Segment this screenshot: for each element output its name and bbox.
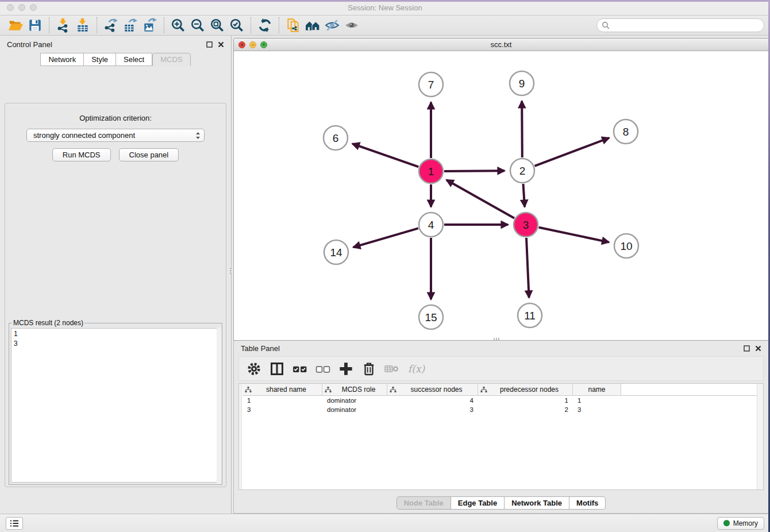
node-1[interactable]: 1 xyxy=(419,159,443,183)
tab-network-table[interactable]: Network Table xyxy=(505,496,569,510)
mcds-result-text[interactable]: 1 3 xyxy=(11,328,220,483)
export-table-icon xyxy=(123,18,138,33)
duplicate-network-icon xyxy=(286,18,301,33)
column-header-predecessor-nodes[interactable]: predecessor nodes xyxy=(478,384,573,395)
close-panel-button[interactable]: Close panel xyxy=(119,148,179,161)
select-all-columns-button[interactable] xyxy=(290,359,310,379)
tab-edge-table[interactable]: Edge Table xyxy=(451,496,505,510)
node-14[interactable]: 14 xyxy=(324,240,348,264)
edge-2-3[interactable] xyxy=(523,184,525,207)
deselect-all-columns-button[interactable] xyxy=(313,359,333,379)
node-2[interactable]: 2 xyxy=(510,159,534,183)
refresh-icon xyxy=(257,18,272,33)
memory-button[interactable]: Memory xyxy=(717,517,764,530)
split-column-icon xyxy=(270,361,284,376)
network-graph[interactable]: 1234678910111415 xyxy=(234,51,769,341)
column-header-name[interactable]: name xyxy=(573,384,621,395)
window-controls[interactable] xyxy=(7,4,37,11)
node-9[interactable]: 9 xyxy=(510,71,534,95)
delete-column-button[interactable] xyxy=(359,359,379,379)
zoom-selected-button[interactable] xyxy=(227,17,247,34)
table-settings-button[interactable] xyxy=(244,359,264,379)
split-column-button[interactable] xyxy=(267,359,287,379)
tab-mcds[interactable]: MCDS xyxy=(152,53,190,66)
edge-3-10[interactable] xyxy=(539,228,609,242)
float-table-panel-icon[interactable] xyxy=(744,345,750,352)
status-bar: Memory xyxy=(0,514,770,532)
save-floppy-icon xyxy=(28,18,43,33)
network-window: × − + scc.txt 1234678910111415 xyxy=(233,38,769,341)
svg-text:9: 9 xyxy=(519,78,525,90)
show-all-button[interactable] xyxy=(342,17,361,34)
column-header-successor-nodes[interactable]: successor nodes xyxy=(387,384,478,395)
memory-label: Memory xyxy=(733,519,758,527)
duplicate-network-button[interactable] xyxy=(283,17,303,34)
column-header-MCDS-role[interactable]: MCDS role xyxy=(322,384,387,395)
import-table-icon xyxy=(75,18,90,33)
export-image-button[interactable] xyxy=(140,17,160,34)
export-network-button[interactable] xyxy=(101,17,121,34)
node-6[interactable]: 6 xyxy=(324,126,348,150)
refresh-button[interactable] xyxy=(255,17,275,34)
edge-1-6[interactable] xyxy=(352,144,418,167)
edge-1-2[interactable] xyxy=(444,171,505,171)
close-network-icon[interactable]: × xyxy=(238,41,245,48)
node-11[interactable]: 11 xyxy=(518,303,542,327)
panel-divider-grip[interactable] xyxy=(230,268,232,274)
minimize-network-icon[interactable]: − xyxy=(249,41,256,48)
criterion-select[interactable]: strongly connected component xyxy=(26,129,205,142)
import-network-button[interactable] xyxy=(53,17,73,34)
tab-select[interactable]: Select xyxy=(116,53,152,66)
open-session-button[interactable] xyxy=(6,17,25,34)
zoom-fit-button[interactable] xyxy=(207,17,227,34)
close-panel-icon[interactable] xyxy=(218,41,224,48)
tab-motifs[interactable]: Motifs xyxy=(569,496,606,510)
node-8[interactable]: 8 xyxy=(614,119,638,144)
result-scrollbar[interactable] xyxy=(217,327,221,484)
table-scrollbar[interactable] xyxy=(757,384,763,489)
table-tabs: Node TableEdge TableNetwork TableMotifs xyxy=(234,496,768,510)
node-7[interactable]: 7 xyxy=(419,72,443,97)
node-3[interactable]: 3 xyxy=(514,213,538,237)
task-history-button[interactable] xyxy=(6,517,23,530)
run-mcds-button[interactable]: Run MCDS xyxy=(52,148,111,161)
import-table-button[interactable] xyxy=(73,17,93,34)
search-input[interactable] xyxy=(610,21,759,29)
node-4[interactable]: 4 xyxy=(419,213,443,237)
tab-node-table[interactable]: Node Table xyxy=(396,496,451,510)
float-panel-icon[interactable] xyxy=(206,41,213,48)
svg-text:11: 11 xyxy=(524,310,536,322)
add-column-button[interactable] xyxy=(336,359,356,379)
close-table-panel-icon[interactable] xyxy=(755,345,761,352)
minimize-window-icon[interactable] xyxy=(18,4,25,11)
network-canvas[interactable]: 1234678910111415 xyxy=(234,51,768,341)
table-row[interactable]: 1dominator411 xyxy=(242,396,763,405)
zoom-in-button[interactable] xyxy=(168,17,188,34)
column-header-shared-name[interactable]: shared name xyxy=(242,384,322,395)
edge-4-14[interactable] xyxy=(353,228,418,247)
home-networks-button[interactable] xyxy=(303,17,322,34)
export-table-button[interactable] xyxy=(121,17,140,34)
search-field[interactable] xyxy=(596,18,764,32)
table-row[interactable]: 3dominator323 xyxy=(242,405,763,414)
zoom-window-icon[interactable] xyxy=(30,4,37,11)
hide-selected-button[interactable] xyxy=(322,17,342,34)
maximize-network-icon[interactable]: + xyxy=(260,41,267,48)
save-session-button[interactable] xyxy=(25,17,45,34)
close-window-icon[interactable] xyxy=(7,4,14,11)
mcds-panel: Optimization criterion: strongly connect… xyxy=(5,103,226,487)
edge-3-11[interactable] xyxy=(526,238,529,298)
node-10[interactable]: 10 xyxy=(614,234,638,258)
edge-2-8[interactable] xyxy=(535,138,610,166)
edge-2-9[interactable] xyxy=(522,101,522,157)
edge-3-1[interactable] xyxy=(446,180,514,218)
delete-table-button[interactable] xyxy=(382,359,402,379)
network-window-controls[interactable]: × − + xyxy=(238,41,267,48)
node-15[interactable]: 15 xyxy=(419,305,443,329)
tab-network[interactable]: Network xyxy=(40,53,84,66)
canvas-resize-grip[interactable] xyxy=(494,338,499,340)
window-title: Session: New Session xyxy=(348,3,422,12)
zoom-out-button[interactable] xyxy=(188,17,207,34)
tab-style[interactable]: Style xyxy=(84,53,116,66)
function-builder-button[interactable]: f(x) xyxy=(405,363,428,375)
